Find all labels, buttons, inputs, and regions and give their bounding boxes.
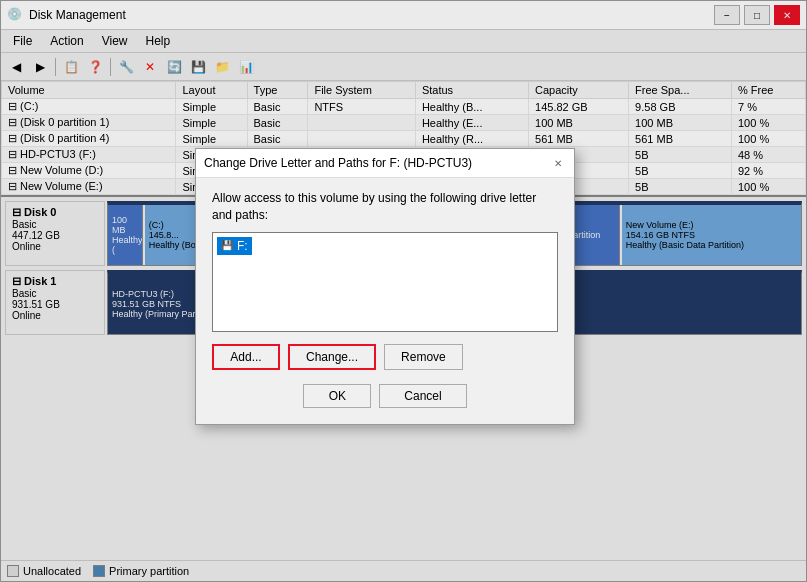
dialog-close-button[interactable]: ✕ xyxy=(550,155,566,171)
ok-button[interactable]: OK xyxy=(303,384,371,408)
drive-letter-label: F: xyxy=(237,239,248,253)
dialog-body: Allow access to this volume by using the… xyxy=(196,178,574,424)
change-button[interactable]: Change... xyxy=(288,344,376,370)
dialog-ok-cancel-row: OK Cancel xyxy=(212,384,558,412)
dialog-title: Change Drive Letter and Paths for F: (HD… xyxy=(204,156,472,170)
change-drive-dialog: Change Drive Letter and Paths for F: (HD… xyxy=(195,148,575,425)
drive-icon: 💾 xyxy=(221,240,233,251)
add-button[interactable]: Add... xyxy=(212,344,280,370)
dialog-overlay: Change Drive Letter and Paths for F: (HD… xyxy=(0,0,807,582)
dialog-list-box[interactable]: 💾 F: xyxy=(212,232,558,332)
dialog-title-bar: Change Drive Letter and Paths for F: (HD… xyxy=(196,149,574,178)
dialog-list-item[interactable]: 💾 F: xyxy=(217,237,252,255)
dialog-description: Allow access to this volume by using the… xyxy=(212,190,558,224)
remove-button[interactable]: Remove xyxy=(384,344,463,370)
dialog-action-buttons: Add... Change... Remove xyxy=(212,344,558,370)
cancel-button[interactable]: Cancel xyxy=(379,384,466,408)
